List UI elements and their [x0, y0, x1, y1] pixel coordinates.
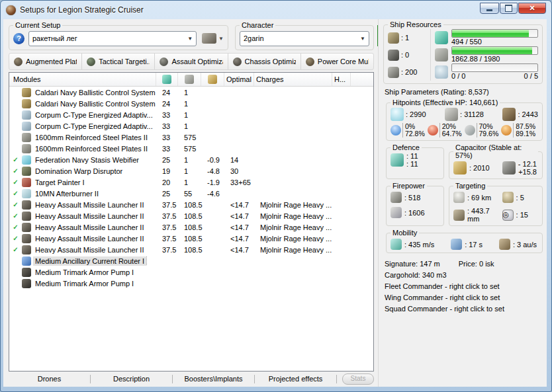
- module-row[interactable]: 1600mm Reinforced Steel Plates II 33 575: [9, 132, 373, 143]
- fleet-commander-text[interactable]: Fleet Commander - right click to set: [385, 281, 543, 292]
- targeting-group: Targeting : 69 km : 5 : 443.7 mm ◎: 15: [449, 182, 543, 226]
- missile-launcher-icon: [22, 200, 31, 210]
- modules-table-body: Caldari Navy Ballistic Control System 24…: [9, 87, 373, 371]
- module-row[interactable]: ✓ Heavy Assault Missile Launcher II 37.5…: [9, 244, 373, 255]
- launcher-count: : 0: [401, 51, 409, 59]
- capacitor-column-header[interactable]: [201, 73, 224, 86]
- module-row[interactable]: Corpum C-Type Energized Adaptiv... 33 1: [9, 120, 373, 132]
- cpu-column-header[interactable]: [156, 73, 178, 86]
- cpu-bar: [451, 29, 538, 38]
- module-row[interactable]: ✓ Federation Navy Stasis Webifier 25 1 -…: [9, 154, 373, 165]
- subsystem-button[interactable]: Power Core Mul...: [301, 54, 373, 69]
- module-row[interactable]: ✓ Heavy Assault Missile Launcher II 37.5…: [9, 233, 373, 244]
- subsystem-toolbar: Augmented Plati... Tactical Targeti... A…: [9, 53, 374, 70]
- module-row[interactable]: 1600mm Reinforced Steel Plates II 33 575: [9, 143, 373, 154]
- module-name: Heavy Assault Missile Launcher II: [33, 200, 146, 210]
- module-row[interactable]: ✓ Heavy Assault Missile Launcher II 37.5…: [9, 210, 373, 221]
- bottom-tab[interactable]: Drones: [9, 375, 91, 383]
- explosive-resist-icon: [501, 125, 512, 136]
- module-active-check-icon: ✓: [11, 246, 20, 253]
- defence-value-2: : 11: [406, 160, 418, 168]
- module-row[interactable]: Corpum C-Type Energized Adaptiv... 33 1: [9, 109, 373, 120]
- target-painter-icon: [22, 178, 31, 187]
- module-row[interactable]: ✓ Domination Warp Disruptor 19 1 -4.8 30: [9, 165, 373, 176]
- hardpoint-counts: : 1 : 0 : 200: [388, 29, 431, 81]
- module-name: Federation Navy Stasis Webifier: [33, 155, 141, 165]
- minimize-button[interactable]: [480, 3, 499, 14]
- maximize-icon: [505, 5, 512, 12]
- squad-commander-text[interactable]: Squad Commander - right click to set: [385, 303, 543, 315]
- powergrid-usage-text: 1862.88 / 1980: [451, 55, 500, 63]
- capacitor-recharge: +15.8: [518, 168, 537, 176]
- missile-launcher-icon: [22, 212, 31, 221]
- module-row[interactable]: ✓ Heavy Assault Missile Launcher II 37.5…: [9, 221, 373, 233]
- bottom-tab[interactable]: Projected effects: [255, 375, 337, 383]
- module-row[interactable]: ✓ Heavy Assault Missile Launcher II 37.5…: [9, 199, 373, 210]
- module-active-check-icon: ✓: [11, 156, 20, 163]
- module-row[interactable]: ✓ 10MN Afterburner II 25 55 -4.6: [9, 188, 373, 199]
- help-icon[interactable]: ?: [13, 33, 24, 44]
- top-row: Current Setup ? ракетный лег ▼ ▼: [9, 21, 377, 50]
- module-row[interactable]: Medium Ancillary Current Router I: [9, 255, 373, 266]
- maximize-button[interactable]: [500, 3, 518, 14]
- module-powergrid-value: 1: [182, 178, 205, 186]
- setup-combobox-value: ракетный лег: [32, 34, 77, 42]
- firepower-group: Firepower : 518 : 1606: [386, 182, 444, 226]
- subsystem-button[interactable]: Tactical Targeti...: [82, 54, 155, 69]
- left-panel: Current Setup ? ракетный лег ▼ ▼: [3, 19, 378, 387]
- hardpoints-column-header[interactable]: H...: [332, 73, 351, 86]
- resistances-row: 0% 72.8% 20% 64.7%: [391, 123, 538, 137]
- armor-hp-icon: [445, 108, 458, 121]
- bottom-tab-label: Drones: [38, 375, 61, 383]
- module-row[interactable]: Caldari Navy Ballistic Control System 24…: [9, 98, 373, 109]
- subsystem-button[interactable]: Assault Optimiza...: [155, 54, 228, 69]
- character-combobox[interactable]: 2garin ▼: [240, 31, 369, 46]
- drone-bar: [451, 63, 538, 72]
- module-row[interactable]: Medium Trimark Armor Pump I: [9, 278, 373, 289]
- subsystem-button[interactable]: Augmented Plati...: [9, 54, 82, 69]
- mobility-title: Mobility: [391, 229, 419, 237]
- cpu-usage-text: 494 / 550: [451, 38, 482, 46]
- bottom-tab-label: Projected effects: [269, 375, 323, 383]
- minimize-icon: [486, 9, 492, 11]
- module-name: Domination Warp Disruptor: [33, 167, 124, 176]
- module-charge-name: Mjolnir Rage Heavy ...: [258, 235, 336, 243]
- wing-commander-text[interactable]: Wing Commander - right click to set: [385, 292, 543, 303]
- warp-disruptor-icon: [22, 167, 31, 176]
- ship-resources-title: Ship Resources: [388, 20, 443, 28]
- module-powergrid-value: 108.5: [182, 246, 205, 254]
- module-powergrid-value: 1: [182, 167, 205, 175]
- scan-resolution-value: : 443.7 mm: [467, 207, 502, 223]
- ship-browser-button[interactable]: ▼: [202, 33, 224, 44]
- powergrid-column-header[interactable]: [178, 73, 201, 86]
- module-row[interactable]: Medium Trimark Armor Pump I: [9, 266, 373, 278]
- bottom-tab[interactable]: Boosters\Implants: [173, 375, 255, 383]
- module-powergrid-value: 1: [182, 89, 205, 97]
- module-charge-name: Mjolnir Rage Heavy ...: [258, 201, 336, 209]
- module-cpu-value: 37.5: [160, 223, 182, 231]
- optimal-column-header[interactable]: Optimal: [224, 73, 254, 86]
- close-button[interactable]: ✕: [518, 3, 546, 14]
- armor-plate-icon: [22, 144, 31, 153]
- module-name: 10MN Afterburner II: [33, 189, 101, 198]
- module-cpu-value: 33: [160, 134, 182, 141]
- module-row[interactable]: ✓ Target Painter I 20 1 -1.9 33+65: [9, 176, 373, 188]
- stats-button[interactable]: Stats: [342, 373, 374, 385]
- module-capacitor-value: -1.9: [205, 178, 228, 186]
- missile-launcher-icon: [22, 234, 31, 243]
- module-name: Heavy Assault Missile Launcher II: [33, 212, 146, 221]
- module-row[interactable]: Caldari Navy Ballistic Control System 24…: [9, 87, 373, 98]
- turret-count: : 1: [401, 34, 409, 42]
- module-cpu-value: 19: [160, 167, 182, 175]
- bottom-tab[interactable]: Description: [91, 375, 173, 383]
- setup-combobox[interactable]: ракетный лег ▼: [28, 31, 197, 46]
- shield-hp-icon: [391, 108, 404, 121]
- subsystem-button[interactable]: Chassis Optimiz...: [228, 54, 301, 69]
- bottom-tab-bar: Drones Description Boosters\Implants Pro…: [9, 373, 374, 385]
- module-powergrid-value: 575: [182, 145, 205, 153]
- bottom-tab-label: Description: [113, 375, 150, 383]
- defence-value-1: : 11: [406, 152, 418, 160]
- module-cpu-value: 20: [160, 178, 182, 186]
- modules-column-header[interactable]: Modules: [9, 73, 156, 86]
- charges-column-header[interactable]: Charges: [254, 73, 332, 86]
